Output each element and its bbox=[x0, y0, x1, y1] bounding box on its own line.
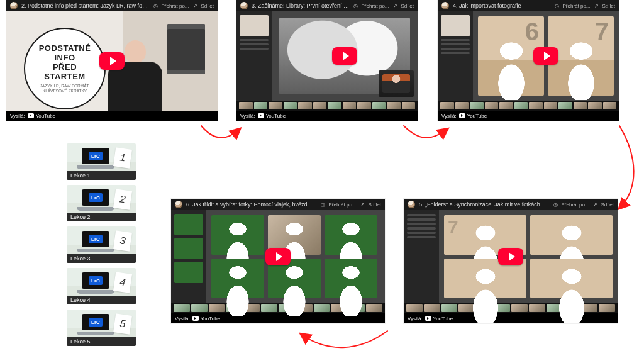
video-card-5[interactable]: 5. „Folders" a Synchronizace: Jak mít ve… bbox=[404, 199, 618, 323]
broadcast-label: Vysílá: bbox=[10, 113, 25, 119]
sidebar-thumb bbox=[240, 15, 269, 36]
broadcast-label: Vysílá: bbox=[408, 316, 423, 321]
lesson-list: LrC 1 Lekce 1 LrC 2 Lekce 2 LrC 3 Lekce … bbox=[67, 143, 136, 351]
laptop-icon: LrC bbox=[77, 272, 114, 294]
broadcast-label: Vysílá: bbox=[441, 113, 457, 119]
video-title: 4. Jak importovat fotografie bbox=[453, 3, 551, 9]
shelf bbox=[167, 24, 205, 74]
filmstrip[interactable] bbox=[236, 101, 418, 111]
laptop-icon: LrC bbox=[77, 148, 114, 169]
overlay-number: 6 bbox=[525, 18, 539, 46]
share-label[interactable]: Sdílet bbox=[201, 3, 214, 9]
laptop-icon: LrC bbox=[77, 314, 114, 335]
laptop-icon: LrC bbox=[77, 189, 114, 211]
youtube-logo[interactable]: YouTube bbox=[459, 113, 487, 119]
badge-sub: JAZYK LR, RAW FORMÁT, KLÁVESOVÉ ZKRATKY bbox=[31, 84, 98, 94]
broadcast-label: Vysílá: bbox=[240, 113, 255, 119]
lesson-card[interactable]: LrC 2 Lekce 2 bbox=[67, 185, 136, 221]
youtube-logo[interactable]: YouTube bbox=[192, 316, 220, 321]
sidebar-thumb bbox=[174, 214, 203, 235]
video-titlebar: 5. „Folders" a Synchronizace: Jak mít ve… bbox=[404, 199, 618, 210]
youtube-logo[interactable]: YouTube bbox=[425, 316, 453, 321]
sidebar-thumb bbox=[174, 238, 203, 259]
lesson-caption: Lekce 4 bbox=[67, 296, 136, 304]
play-later-label[interactable]: Přehrát po... bbox=[563, 3, 591, 9]
share-icon[interactable]: ↗ bbox=[594, 3, 599, 9]
overlay-number: 7 bbox=[595, 18, 609, 46]
clock-icon[interactable]: ◷ bbox=[553, 202, 558, 208]
youtube-text: YouTube bbox=[36, 113, 55, 119]
play-button[interactable] bbox=[533, 47, 558, 65]
video-card-6[interactable]: 6. Jak třídit a vybírat fotky: Pomocí vl… bbox=[171, 199, 385, 323]
play-later-label[interactable]: Přehrát po... bbox=[329, 202, 357, 208]
youtube-text: YouTube bbox=[467, 113, 487, 119]
learning-path-canvas: 2. Podstatné info před startem: Jazyk LR… bbox=[0, 0, 644, 363]
share-icon[interactable]: ↗ bbox=[193, 3, 197, 9]
share-label[interactable]: Sdílet bbox=[602, 3, 615, 9]
video-preview: 7 bbox=[404, 210, 618, 303]
play-button[interactable] bbox=[332, 47, 357, 65]
broadcast-bar: Vysílá: YouTube bbox=[6, 111, 218, 121]
filmstrip[interactable] bbox=[438, 101, 619, 111]
lrc-badge: LrC bbox=[89, 152, 103, 160]
lrc-badge: LrC bbox=[89, 276, 103, 285]
share-label[interactable]: Sdílet bbox=[601, 202, 614, 208]
share-icon[interactable]: ↗ bbox=[593, 202, 597, 208]
badge-line2: PŘED STARTEM bbox=[31, 62, 98, 81]
youtube-logo[interactable]: YouTube bbox=[28, 113, 55, 119]
lesson-card[interactable]: LrC 4 Lekce 4 bbox=[67, 268, 136, 304]
youtube-text: YouTube bbox=[201, 316, 220, 321]
play-later-label[interactable]: Přehrát po... bbox=[362, 3, 389, 9]
grid-cell bbox=[530, 215, 613, 255]
note-number: 2 bbox=[113, 189, 132, 209]
play-later-label[interactable]: Přehrát po... bbox=[162, 3, 189, 9]
note-number: 4 bbox=[113, 272, 132, 293]
broadcast-label: Vysílá: bbox=[175, 316, 190, 321]
laptop-icon: LrC bbox=[77, 231, 114, 252]
share-label[interactable]: Sdílet bbox=[369, 202, 381, 208]
video-titlebar: 6. Jak třídit a vybírat fotky: Pomocí vl… bbox=[171, 199, 385, 210]
play-button[interactable] bbox=[265, 248, 291, 265]
grid-cell bbox=[530, 259, 613, 298]
sidebar bbox=[171, 210, 206, 303]
share-icon[interactable]: ↗ bbox=[360, 202, 365, 208]
video-title: 6. Jak třídit a vybírat fotky: Pomocí vl… bbox=[186, 201, 317, 208]
lesson-card[interactable]: LrC 3 Lekce 3 bbox=[67, 226, 136, 263]
sidebar bbox=[438, 11, 473, 101]
video-title: 2. Podstatné info před startem: Jazyk LR… bbox=[21, 3, 150, 9]
video-title: 5. „Folders" a Synchronizace: Jak mít ve… bbox=[419, 201, 550, 208]
broadcast-bar: Vysílá: YouTube bbox=[438, 111, 619, 121]
channel-avatar-icon bbox=[240, 2, 248, 9]
video-card-2[interactable]: 3. Začínáme! Library: První otevření LR … bbox=[236, 0, 418, 121]
sidebar bbox=[404, 210, 439, 303]
share-label[interactable]: Sdílet bbox=[401, 3, 414, 9]
lesson-card[interactable]: LrC 5 Lekce 5 bbox=[67, 310, 136, 346]
lesson-card[interactable]: LrC 1 Lekce 1 bbox=[67, 143, 136, 180]
broadcast-bar: Vysílá: YouTube bbox=[236, 111, 418, 121]
video-titlebar: 2. Podstatné info před startem: Jazyk LR… bbox=[6, 0, 218, 11]
video-titlebar: 3. Začínáme! Library: První otevření LR … bbox=[236, 0, 418, 11]
sidebar-thumb bbox=[441, 15, 470, 36]
video-preview: 6 7 bbox=[438, 11, 619, 101]
channel-avatar-icon bbox=[441, 2, 449, 9]
clock-icon[interactable]: ◷ bbox=[153, 3, 158, 9]
youtube-logo[interactable]: YouTube bbox=[258, 113, 286, 119]
grid-cell bbox=[325, 259, 377, 298]
video-card-1[interactable]: 2. Podstatné info před startem: Jazyk LR… bbox=[6, 0, 218, 121]
share-icon[interactable]: ↗ bbox=[393, 3, 397, 9]
picture-in-picture bbox=[379, 70, 414, 97]
clock-icon[interactable]: ◷ bbox=[353, 3, 358, 9]
play-button[interactable] bbox=[99, 52, 125, 70]
lrc-badge: LrC bbox=[89, 235, 103, 243]
clock-icon[interactable]: ◷ bbox=[321, 202, 325, 208]
channel-avatar-icon bbox=[175, 201, 182, 208]
sidebar-thumb bbox=[174, 262, 203, 283]
note-number: 1 bbox=[113, 147, 132, 168]
badge-circle: PODSTATNÉ INFO PŘED STARTEM JAZYK LR, RA… bbox=[24, 28, 106, 109]
play-later-label[interactable]: Přehrát po... bbox=[562, 202, 589, 208]
clock-icon[interactable]: ◷ bbox=[555, 3, 559, 9]
lrc-badge: LrC bbox=[89, 318, 103, 327]
play-button[interactable] bbox=[498, 248, 523, 265]
lesson-caption: Lekce 3 bbox=[67, 254, 136, 263]
video-card-3[interactable]: 4. Jak importovat fotografie ◷ Přehrát p… bbox=[438, 0, 619, 121]
